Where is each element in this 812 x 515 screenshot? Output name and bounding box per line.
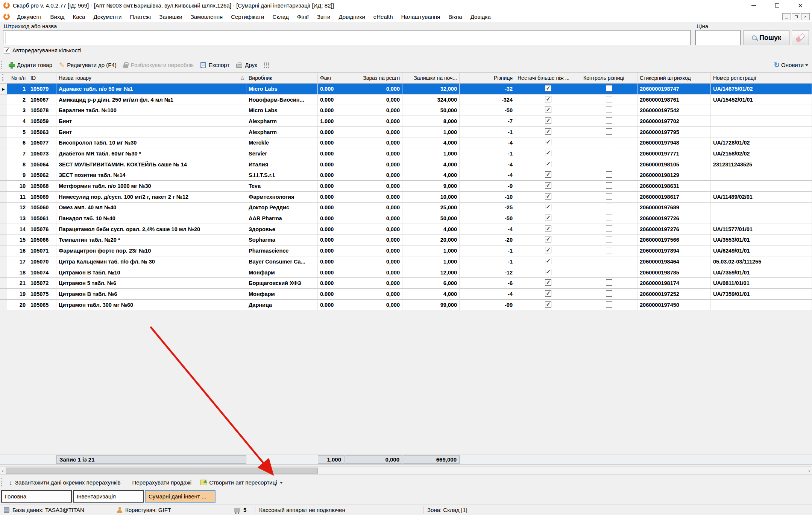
cell-fact[interactable]: 0.000 <box>318 245 344 256</box>
cell-diff[interactable]: -4 <box>460 224 515 235</box>
cell-grip[interactable] <box>0 224 7 235</box>
cell-fact[interactable]: 0.000 <box>318 105 344 116</box>
table-row[interactable]: 12105060Омез амп. 40 мл №40Доктор Реддис… <box>0 203 812 213</box>
cell-fact[interactable]: 0.000 <box>318 203 344 213</box>
cell-fact[interactable]: 0.000 <box>318 213 344 224</box>
cell-id[interactable]: 105076 <box>28 224 56 235</box>
cell-num[interactable]: 11 <box>7 192 28 203</box>
cell-fact[interactable]: 0.000 <box>318 148 344 159</box>
cell-rest[interactable]: 0,000 <box>344 267 402 278</box>
cell-id[interactable]: 105067 <box>28 94 56 105</box>
cell-fact[interactable]: 0.000 <box>318 127 344 138</box>
menu-item[interactable]: Довідники <box>334 12 369 21</box>
cell-grip[interactable] <box>0 267 7 278</box>
cell-grip[interactable] <box>0 181 7 192</box>
mdi-minimize-button[interactable] <box>782 13 791 20</box>
search-button[interactable]: Пошук <box>744 30 789 45</box>
scrollbar-thumb[interactable] <box>6 468 318 474</box>
cell-num[interactable]: 8 <box>7 159 28 170</box>
cell-num[interactable]: 16 <box>7 245 28 256</box>
cell-barcode[interactable]: 2060000197702 <box>637 116 711 127</box>
cell-diff[interactable]: -50 <box>460 105 515 116</box>
cell-diff[interactable]: -1 <box>460 148 515 159</box>
cell-grip[interactable] <box>0 256 7 267</box>
cell-id[interactable]: 105064 <box>28 159 56 170</box>
tab-active[interactable]: Сумарні дані інвент ... <box>145 490 216 503</box>
cell-maker[interactable]: Micro Labs <box>246 105 318 116</box>
cell-rest[interactable]: 0,000 <box>344 192 402 203</box>
cell-grip[interactable] <box>0 137 7 148</box>
cell-reg[interactable]: UA/0811/01/01 <box>711 278 812 289</box>
cell-maker[interactable]: Италия <box>246 159 318 170</box>
cell-fact[interactable]: 0.000 <box>318 289 344 300</box>
cell-rest[interactable]: 0,000 <box>344 170 402 181</box>
toolbar-columns-button[interactable] <box>261 61 272 69</box>
cell-maker[interactable]: Sopharma <box>246 235 318 246</box>
cell-reg[interactable]: UA/7359/01/01 <box>711 267 812 278</box>
table-row[interactable]: 2105067Амикацид р-р д/ин. 250 мг/мл фл. … <box>0 94 812 105</box>
shortage-checkbox[interactable] <box>545 85 551 91</box>
shortage-checkbox[interactable] <box>545 107 551 113</box>
control-checkbox[interactable] <box>606 150 612 156</box>
cell-barcode[interactable]: 2060000197894 <box>637 245 711 256</box>
cell-begin[interactable]: 4,000 <box>402 170 460 181</box>
cell-reg[interactable] <box>711 116 812 127</box>
shortage-checkbox[interactable] <box>545 258 551 264</box>
scroll-left-arrow[interactable]: ‹ <box>0 467 6 474</box>
cell-grip[interactable] <box>0 105 7 116</box>
cell-barcode[interactable]: 2060000198747 <box>637 84 711 94</box>
shortage-checkbox[interactable] <box>545 269 551 275</box>
cell-fact[interactable]: 0.000 <box>318 159 344 170</box>
cell-barcode[interactable]: 2060000197948 <box>637 137 711 148</box>
chevron-down-icon[interactable] <box>280 482 283 485</box>
table-row[interactable]: 20105065Цитрамон табл. 300 мг №60Дарница… <box>0 300 812 311</box>
price-input[interactable] <box>695 30 741 45</box>
column-header-reg[interactable]: Номер регістрації <box>711 72 812 84</box>
cell-num[interactable]: 15 <box>7 235 28 246</box>
cell-rest[interactable]: 0,000 <box>344 245 402 256</box>
cell-begin[interactable]: 25,000 <box>402 203 460 213</box>
cell-begin[interactable]: 50,000 <box>402 105 460 116</box>
cell-fact[interactable]: 0.000 <box>318 278 344 289</box>
cell-name[interactable]: Амикацид р-р д/ин. 250 мг/мл фл. 4 мл №1 <box>56 94 246 105</box>
barcode-search-input[interactable] <box>3 30 691 45</box>
cell-diff[interactable]: -50 <box>460 213 515 224</box>
cell-begin[interactable]: 1,000 <box>402 256 460 267</box>
cell-barcode[interactable]: 2060000198105 <box>637 159 711 170</box>
cell-barcode[interactable]: 2060000198174 <box>637 278 711 289</box>
cell-maker[interactable]: Pharmascience <box>246 245 318 256</box>
cell-diff[interactable]: -4 <box>460 289 515 300</box>
cell-rest[interactable]: 0,000 <box>344 213 402 224</box>
shortage-checkbox[interactable] <box>545 193 551 200</box>
cell-id[interactable]: 105079 <box>28 84 56 94</box>
cell-maker[interactable]: Bayer Consumer Ca... <box>246 256 318 267</box>
cell-reg[interactable]: 2312311243525 <box>711 159 812 170</box>
cell-grip[interactable] <box>0 192 7 203</box>
cell-begin[interactable]: 1,000 <box>402 148 460 159</box>
cell-diff[interactable]: -1 <box>460 127 515 138</box>
cell-grip[interactable] <box>0 213 7 224</box>
cell-num[interactable]: 14 <box>7 224 28 235</box>
control-checkbox[interactable] <box>606 182 612 189</box>
shortage-checkbox[interactable] <box>545 236 551 242</box>
menu-item[interactable]: Філії <box>293 12 313 21</box>
cell-reg[interactable] <box>711 300 812 311</box>
cell-name[interactable]: ЗЕСТ позитив табл. №14 <box>56 170 246 181</box>
cell-grip[interactable] <box>0 278 7 289</box>
mdi-restore-button[interactable] <box>792 13 800 20</box>
control-checkbox[interactable] <box>606 290 612 297</box>
cell-id[interactable]: 105063 <box>28 127 56 138</box>
control-checkbox[interactable] <box>606 247 612 253</box>
cell-reg[interactable]: UA/6249/01/01 <box>711 245 812 256</box>
cell-reg[interactable]: UA/14675/01/02 <box>711 84 812 94</box>
cell-rest[interactable]: 0,000 <box>344 84 402 94</box>
cell-begin[interactable]: 1,000 <box>402 245 460 256</box>
cell-maker[interactable]: Здоровье <box>246 224 318 235</box>
cell-begin[interactable]: 20,000 <box>402 235 460 246</box>
cell-barcode[interactable]: 2060000198785 <box>637 267 711 278</box>
shortage-checkbox[interactable] <box>545 161 551 167</box>
cell-grip[interactable] <box>0 289 7 300</box>
column-header-id[interactable]: ID <box>28 72 56 84</box>
cell-reg[interactable]: UA/2158/02/02 <box>711 148 812 159</box>
cell-rest[interactable]: 0,000 <box>344 300 402 311</box>
